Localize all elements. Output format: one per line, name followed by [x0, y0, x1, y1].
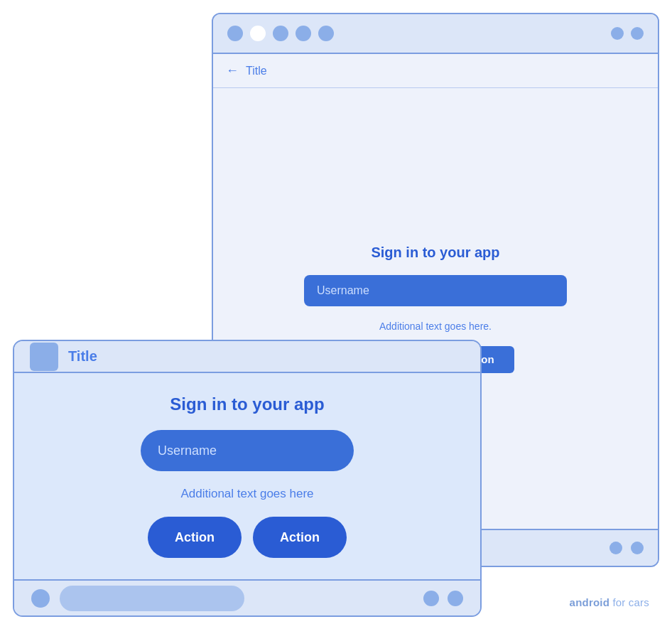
branding-regular: for cars [609, 596, 649, 608]
back-arrow-icon[interactable]: ← [226, 63, 239, 78]
dot-4 [296, 26, 311, 41]
car-title-icon [30, 343, 58, 371]
car-bottom-left [31, 586, 244, 611]
car-content: Sign in to your app Username Additional … [14, 373, 480, 579]
dot-right-1 [611, 27, 624, 40]
car-action-buttons: Action Action [148, 517, 347, 558]
car-bottom-dot-3 [448, 591, 463, 606]
car-action-button-1[interactable]: Action [148, 517, 242, 558]
car-pill-nav[interactable] [60, 586, 244, 611]
status-dots-right [611, 27, 644, 40]
phone-sign-in-title: Sign in to your app [371, 244, 499, 261]
car-action-button-2[interactable]: Action [253, 517, 347, 558]
phone-status-bar [213, 14, 658, 54]
car-bottom-right [423, 591, 463, 606]
phone-username-input[interactable]: Username [304, 275, 567, 306]
phone-bottom-dot-2 [631, 542, 644, 554]
dot-2 [250, 26, 266, 41]
car-additional-text: Additional text goes here [180, 487, 313, 501]
car-bottom-dot-2 [423, 591, 439, 606]
car-title-text: Title [68, 348, 97, 365]
branding: android for cars [570, 596, 649, 608]
dot-3 [273, 26, 288, 41]
car-sign-in-title: Sign in to your app [170, 394, 324, 414]
car-bottom-dot-1 [31, 589, 50, 608]
dot-right-2 [631, 27, 644, 40]
phone-nav-bar: ← Title [213, 54, 658, 88]
phone-nav-title: Title [246, 65, 267, 77]
dot-5 [318, 26, 334, 41]
branding-bold: android [570, 596, 609, 608]
car-top-bar: Title [14, 341, 480, 373]
car-bottom-bar [14, 579, 480, 615]
phone-bottom-dot-1 [609, 542, 622, 554]
phone-additional-text: Additional text goes here. [379, 321, 492, 332]
car-mockup: Title Sign in to your app Username Addit… [13, 340, 482, 617]
dot-1 [227, 26, 243, 41]
status-dots-left [227, 26, 334, 41]
car-username-input[interactable]: Username [141, 430, 354, 471]
